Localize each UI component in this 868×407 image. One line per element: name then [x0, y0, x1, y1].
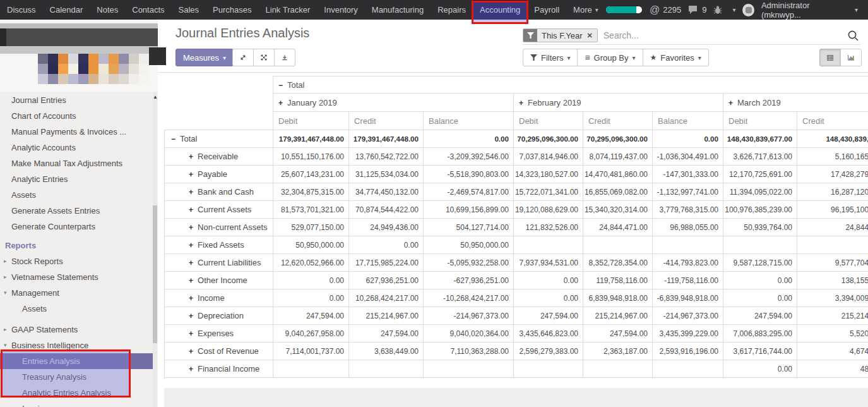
sidebar-item-analytic-accounts[interactable]: Analytic Accounts — [0, 140, 158, 155]
expand-icon[interactable]: + — [728, 99, 733, 107]
chevron-right-icon[interactable]: ▸ — [4, 269, 7, 285]
bug-icon[interactable] — [713, 6, 722, 15]
pivot-measure-header-balance[interactable]: Balance — [424, 112, 514, 130]
pivot-col-header-total[interactable]: −Total — [273, 76, 868, 94]
sidebar-item-business-intelligence[interactable]: ▾Business Intelligence — [0, 337, 158, 353]
sidebar-item-manual-payments-invoices[interactable]: Manual Payments & Invoices ... — [0, 124, 158, 140]
nav-item-discuss[interactable]: Discuss — [0, 0, 43, 20]
sidebar-scrollbar-thumb[interactable] — [153, 205, 157, 343]
chevron-right-icon[interactable]: ▸ — [4, 253, 7, 269]
pivot-col-header-january-2019[interactable]: +January 2019 — [273, 94, 514, 112]
sidebar-item-assets[interactable]: Assets — [0, 301, 158, 317]
graph-view-button[interactable] — [840, 49, 862, 66]
nav-item-notes[interactable]: Notes — [90, 0, 125, 20]
pivot-row-label-expenses[interactable]: +Expenses — [165, 325, 273, 343]
user-caret-icon[interactable]: ▾ — [855, 6, 858, 13]
sidebar-item-generate-assets-entries[interactable]: Generate Assets Entries — [0, 203, 158, 219]
pivot-view-button[interactable] — [819, 49, 841, 66]
pivot-row-label-receivable[interactable]: +Receivable — [165, 148, 273, 166]
remove-facet-icon[interactable]: ✕ — [587, 32, 593, 40]
pivot-measure-header-debit[interactable]: Debit — [514, 112, 583, 130]
expand-icon[interactable]: + — [189, 188, 193, 197]
chevron-down-icon[interactable]: ▾ — [4, 337, 7, 353]
download-icon[interactable] — [274, 49, 295, 66]
mention-count[interactable]: 2295 — [663, 5, 681, 15]
pivot-measure-header-credit[interactable]: Credit — [349, 112, 424, 130]
expand-icon[interactable]: + — [189, 312, 193, 320]
pivot-row-label-bank-and-cash[interactable]: +Bank and Cash — [165, 183, 273, 201]
nav-item-link-tracker[interactable]: Link Tracker — [259, 0, 318, 20]
nav-item-more[interactable]: More▾ — [566, 0, 605, 20]
sidebar-item-assets[interactable]: Assets — [0, 187, 158, 203]
nav-item-sales[interactable]: Sales — [172, 0, 206, 20]
pivot-row-label-current-liabilities[interactable]: +Current Liabilities — [165, 254, 273, 272]
collapse-icon[interactable]: − — [278, 81, 283, 90]
pivot-row-label-depreciation[interactable]: +Depreciation — [165, 307, 273, 325]
expand-icon[interactable]: + — [189, 152, 193, 161]
sidebar-item-reports[interactable]: Reports — [0, 238, 158, 253]
sidebar-item-journal-entries[interactable]: Journal Entries — [0, 92, 158, 108]
pivot-measure-header-debit[interactable]: Debit — [723, 112, 797, 130]
mention-at-icon[interactable]: @ — [650, 4, 660, 16]
sidebar-item-invoic[interactable]: Invoic — [0, 401, 158, 407]
pivot-row-label-cost-of-revenue[interactable]: +Cost of Revenue — [165, 343, 273, 360]
pivot-row-label-income[interactable]: +Income — [165, 289, 273, 307]
nav-item-accounting[interactable]: Accounting — [473, 0, 527, 20]
group-by-button[interactable]: ≡ Group By ▾ — [577, 49, 643, 66]
search-bar[interactable]: This F.Year ✕ Search... — [523, 27, 860, 45]
scroll-up-icon[interactable]: ▲ — [152, 94, 158, 100]
sidebar-item-management[interactable]: ▾Management — [0, 285, 158, 301]
nav-item-inventory[interactable]: Inventory — [317, 0, 364, 20]
expand-icon[interactable]: + — [189, 365, 193, 374]
sidebar-item-analytic-entries-analysis[interactable]: Analytic Entries Analysis — [0, 385, 158, 401]
expand-all-button[interactable] — [232, 49, 254, 66]
pivot-col-header-march-2019[interactable]: +March 2019 — [723, 94, 868, 112]
sidebar-item-gaap-statements[interactable]: ▸GAAP Statements — [0, 322, 158, 337]
expand-icon[interactable]: + — [278, 99, 283, 107]
sidebar-item-entries-analysis[interactable]: Entries Analysis — [0, 353, 155, 369]
expand-icon[interactable]: + — [189, 241, 193, 250]
sidebar-item-chart-of-accounts[interactable]: Chart of Accounts — [0, 108, 158, 124]
pivot-row-label-payable[interactable]: +Payable — [165, 166, 273, 183]
pivot-row-label-total[interactable]: −Total — [165, 130, 273, 148]
pivot-row-label-other-income[interactable]: +Other Income — [165, 272, 273, 289]
nav-item-repairs[interactable]: Repairs — [431, 0, 473, 20]
flip-axis-button[interactable] — [253, 49, 275, 66]
expand-icon[interactable]: + — [189, 276, 193, 285]
expand-icon[interactable]: + — [189, 294, 193, 303]
pivot-row-label-current-assets[interactable]: +Current Assets — [165, 201, 273, 219]
expand-icon[interactable]: + — [189, 329, 193, 338]
pivot-measure-header-debit[interactable]: Debit — [273, 112, 349, 130]
pivot-row-label-financial-income[interactable]: +Financial Income — [165, 360, 273, 378]
sidebar-item-vietnamese-statements[interactable]: ▸Vietnamese Statements — [0, 269, 158, 285]
sidebar-item-analytic-entries[interactable]: Analytic Entries — [0, 171, 158, 187]
nav-item-payroll[interactable]: Payroll — [527, 0, 566, 20]
chevron-down-icon[interactable]: ▾ — [4, 285, 7, 301]
pivot-measure-header-credit[interactable]: Credit — [583, 112, 653, 130]
pivot-measure-header-balance[interactable]: Balance — [653, 112, 723, 130]
expand-icon[interactable]: + — [189, 347, 193, 356]
sidebar-item-treasury-analysis[interactable]: Treasury Analysis — [0, 369, 158, 385]
search-facet[interactable]: This F.Year ✕ — [523, 28, 598, 42]
bug-caret-icon[interactable]: ▾ — [732, 6, 735, 13]
pivot-row-label-non-current-assets[interactable]: +Non-current Assets — [165, 219, 273, 236]
user-menu[interactable]: Administrator (mknwyp... — [761, 1, 845, 20]
expand-icon[interactable]: + — [189, 258, 193, 267]
expand-icon[interactable]: + — [189, 170, 193, 179]
sidebar-item-make-manual-tax-adjustments[interactable]: Make Manual Tax Adjustments — [0, 155, 158, 171]
collapse-icon[interactable]: − — [171, 135, 175, 143]
expand-icon[interactable]: + — [189, 223, 193, 232]
pivot-measure-header-credit[interactable]: Credit — [797, 112, 868, 130]
pivot-col-header-february-2019[interactable]: +February 2019 — [514, 94, 723, 112]
chevron-right-icon[interactable]: ▸ — [4, 322, 7, 337]
avatar[interactable] — [742, 4, 754, 16]
chat-bubble-icon[interactable] — [688, 5, 699, 15]
nav-item-purchases[interactable]: Purchases — [206, 0, 258, 20]
nav-item-manufacturing[interactable]: Manufacturing — [365, 0, 431, 20]
sidebar-item-stock-reports[interactable]: ▸Stock Reports — [0, 253, 158, 269]
chat-count[interactable]: 9 — [702, 5, 706, 15]
search-input[interactable]: Search... — [603, 30, 847, 40]
nav-item-calendar[interactable]: Calendar — [43, 0, 90, 20]
filters-button[interactable]: Filters ▾ — [523, 49, 578, 66]
favorites-button[interactable]: ★ Favorites ▾ — [643, 49, 709, 66]
